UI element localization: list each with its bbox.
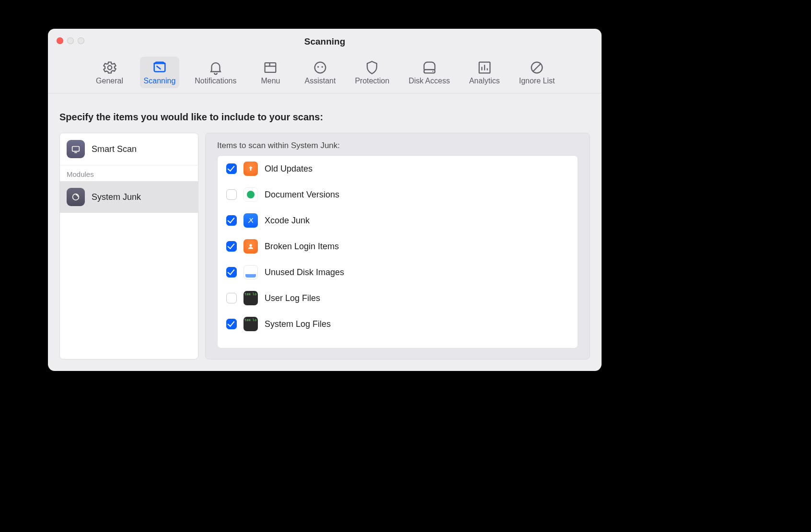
disk-icon (421, 59, 438, 76)
scan-item-document-versions[interactable]: Document Versions (218, 182, 578, 208)
smartscan-icon (67, 140, 85, 158)
svg-point-5 (317, 66, 319, 68)
tab-assistant[interactable]: Assistant (301, 57, 339, 88)
svg-point-8 (432, 71, 433, 72)
window-title: Scanning (48, 36, 602, 47)
scan-item-label: System Log Files (265, 319, 331, 329)
tab-label: Assistant (304, 77, 336, 85)
face-icon (312, 59, 328, 76)
old-updates-icon (243, 162, 258, 176)
tab-notifications[interactable]: Notifications (191, 57, 240, 88)
panel-heading: Items to scan within System Junk: (206, 133, 590, 155)
svg-point-17 (249, 244, 252, 246)
systemjunk-icon (67, 188, 85, 206)
scan-item-label: Xcode Junk (265, 216, 310, 226)
sidebar-item-label: Smart Scan (92, 144, 137, 154)
scan-item-label: Document Versions (265, 190, 339, 200)
tab-menu[interactable]: Menu (252, 57, 289, 88)
sidebar: Smart Scan Modules System Junk (59, 133, 198, 359)
monitor-icon (151, 59, 168, 76)
sidebar-section-header: Modules (60, 165, 198, 181)
bell-icon (208, 59, 224, 76)
tab-ignore-list[interactable]: Ignore List (515, 57, 559, 88)
shield-icon (364, 59, 380, 76)
svg-point-4 (315, 62, 326, 73)
gear-icon (102, 59, 118, 76)
tab-label: Ignore List (519, 77, 555, 85)
scan-item-system-log-files[interactable]: System Log Files (218, 311, 578, 337)
system-log-icon (243, 317, 258, 331)
disk-image-icon (243, 265, 258, 279)
checkbox[interactable] (226, 189, 237, 200)
svg-line-14 (533, 64, 541, 72)
layout-icon (262, 59, 278, 76)
barchart-icon (476, 59, 493, 76)
document-versions-icon (243, 187, 258, 202)
tab-label: Scanning (144, 77, 176, 85)
scan-item-label: Broken Login Items (265, 242, 339, 252)
broken-login-icon (243, 239, 258, 254)
scan-item-user-log-files[interactable]: User Log Files (218, 285, 578, 311)
tab-label: Disk Access (408, 77, 450, 85)
checkbox[interactable] (226, 319, 237, 329)
svg-rect-1 (265, 63, 276, 72)
tab-scanning[interactable]: Scanning (140, 57, 180, 88)
tab-label: Notifications (195, 77, 236, 85)
checkbox[interactable] (226, 215, 237, 226)
preferences-toolbar: General Scanning Notifications Menu Assi… (48, 56, 602, 93)
tab-analytics[interactable]: Analytics (465, 57, 504, 88)
ban-icon (529, 59, 545, 76)
checkbox[interactable] (226, 267, 237, 278)
tab-label: General (96, 77, 123, 85)
titlebar[interactable]: Scanning (48, 29, 602, 56)
svg-point-0 (107, 66, 112, 70)
scan-item-xcode-junk[interactable]: Xcode Junk (218, 208, 578, 233)
checkbox[interactable] (226, 241, 237, 252)
tab-label: Menu (261, 77, 280, 85)
scan-item-label: Unused Disk Images (265, 267, 344, 278)
svg-rect-15 (72, 147, 80, 151)
sidebar-item-system-junk[interactable]: System Junk (60, 181, 198, 213)
checkbox[interactable] (226, 293, 237, 303)
checkbox[interactable] (226, 163, 237, 174)
tab-disk-access[interactable]: Disk Access (405, 57, 453, 88)
sidebar-item-label: System Junk (92, 192, 141, 202)
scan-items-list[interactable]: Old Updates Document Versions (217, 155, 578, 348)
section-heading: Specify the items you would like to incl… (59, 112, 323, 123)
preferences-window: Scanning General Scanning Notifications … (48, 29, 602, 371)
tab-label: Protection (355, 77, 389, 85)
scan-item-label: User Log Files (265, 293, 320, 303)
svg-point-6 (321, 66, 323, 68)
user-log-icon (243, 291, 258, 305)
sidebar-item-smart-scan[interactable]: Smart Scan (60, 133, 198, 165)
tab-general[interactable]: General (91, 57, 128, 88)
tab-label: Analytics (469, 77, 500, 85)
tab-protection[interactable]: Protection (351, 57, 393, 88)
scan-item-old-updates[interactable]: Old Updates (218, 156, 578, 182)
scan-item-broken-login[interactable]: Broken Login Items (218, 233, 578, 259)
scan-item-unused-disk-images[interactable]: Unused Disk Images (218, 259, 578, 285)
detail-panel: Items to scan within System Junk: Old Up… (205, 133, 590, 359)
xcode-junk-icon (243, 213, 258, 228)
scan-item-label: Old Updates (265, 164, 313, 174)
